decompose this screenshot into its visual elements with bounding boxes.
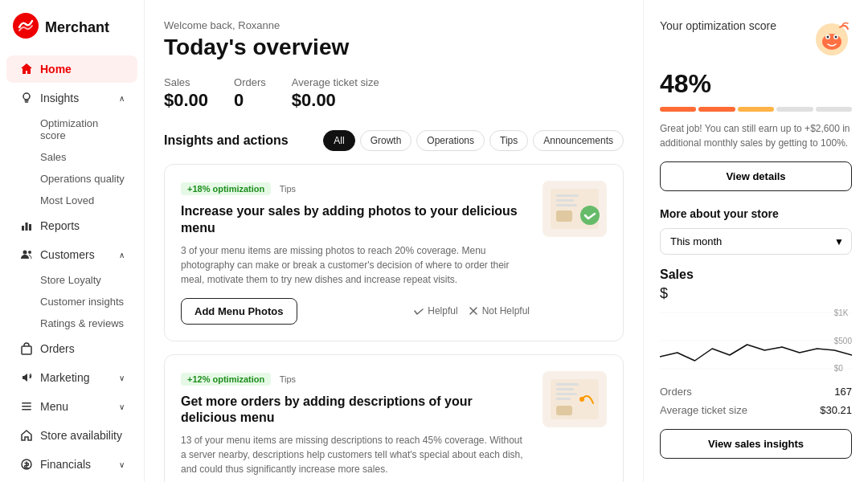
card-2-title: Get more orders by adding descriptions o… <box>181 394 530 427</box>
sidebar-sub-operations-quality[interactable]: Operations quality <box>6 169 137 189</box>
svg-point-25 <box>579 397 584 402</box>
svg-rect-9 <box>22 406 31 407</box>
insight-card-1: +18% optimization Tips Increase your sal… <box>164 164 624 341</box>
sidebar-item-home-label: Home <box>40 63 72 76</box>
svg-point-1 <box>23 93 30 100</box>
stat-orders-label: Orders <box>234 76 266 88</box>
chart-label-0: $0 <box>834 364 852 373</box>
score-seg-5 <box>816 107 852 112</box>
svg-rect-21 <box>556 388 574 390</box>
sidebar-item-customers[interactable]: Customers ∧ <box>6 241 137 268</box>
sidebar-sub-optimization[interactable]: Optimization score <box>6 113 137 145</box>
score-seg-3 <box>738 107 774 112</box>
sidebar-sub-store-loyalty[interactable]: Store Loyalty <box>6 270 137 290</box>
filter-tips[interactable]: Tips <box>489 130 528 151</box>
period-dropdown[interactable]: This month <box>660 228 852 255</box>
chevron-financials-icon: ∨ <box>119 460 125 469</box>
view-details-button[interactable]: View details <box>660 161 852 191</box>
avg-ticket-stat-label: Average ticket size <box>660 404 747 416</box>
stat-avg-value: $0.00 <box>292 90 379 111</box>
card-1-actions: Add Menu Photos Helpful Not Helpful <box>181 298 530 325</box>
filter-operations[interactable]: Operations <box>416 130 485 151</box>
svg-rect-15 <box>556 199 574 202</box>
view-sales-insights-button[interactable]: View sales insights <box>660 429 852 459</box>
sidebar-item-orders-label: Orders <box>40 342 75 355</box>
chevron-customers-icon: ∧ <box>119 251 125 259</box>
bag-icon <box>19 341 34 356</box>
stat-avg-label: Average ticket size <box>292 76 379 88</box>
svg-point-5 <box>23 251 27 255</box>
stat-avg-ticket: Average ticket size $0.00 <box>292 76 379 111</box>
sidebar-sub-most-loved[interactable]: Most Loved <box>6 190 137 210</box>
logo-text: Merchant <box>45 19 109 36</box>
people-icon <box>19 247 34 262</box>
card-2-image <box>542 371 607 427</box>
score-seg-2 <box>698 107 735 112</box>
opt-header: Your optimization score <box>660 19 852 63</box>
sidebar-item-reports-label: Reports <box>40 219 80 232</box>
sidebar-item-reports[interactable]: Reports <box>6 212 137 239</box>
card-1-title: Increase your sales by adding photos to … <box>181 203 530 237</box>
mascot-icon <box>812 19 852 63</box>
card-1-desc: 3 of your menu items are missing photos … <box>181 243 530 287</box>
sidebar-item-financials-label: Financials <box>40 458 91 471</box>
add-menu-photos-button[interactable]: Add Menu Photos <box>181 298 297 325</box>
card-1-type: Tips <box>280 184 296 194</box>
sidebar-item-insights[interactable]: Insights ∧ <box>6 84 137 112</box>
chart-label-500: $500 <box>834 337 852 345</box>
opt-desc: Great job! You can still earn up to +$2,… <box>660 121 852 150</box>
stat-sales-value: $0.00 <box>164 90 208 111</box>
card-1-not-helpful-btn[interactable]: Not Helpful <box>468 305 530 317</box>
svg-point-6 <box>28 251 31 254</box>
sidebar-item-orders[interactable]: Orders <box>6 335 137 362</box>
main-content: Welcome back, Roxanne Today's overview S… <box>145 0 643 482</box>
card-2-type: Tips <box>280 374 296 384</box>
score-seg-4 <box>776 107 813 112</box>
lightbulb-icon <box>19 91 34 105</box>
chart-labels: $1K $500 $0 <box>834 308 852 373</box>
svg-rect-0 <box>13 13 39 39</box>
svg-rect-2 <box>22 226 24 231</box>
sidebar-item-marketing[interactable]: Marketing ∨ <box>6 364 137 391</box>
insights-header: Insights and actions All Growth Operatio… <box>164 130 624 151</box>
welcome-text: Welcome back, Roxanne <box>164 19 624 31</box>
card-1-helpful-btn[interactable]: Helpful <box>413 305 457 317</box>
svg-rect-3 <box>26 223 28 231</box>
sidebar-sub-ratings[interactable]: Ratings & reviews <box>6 313 137 333</box>
svg-point-31 <box>835 36 837 39</box>
sidebar: Merchant Home Insights ∧ Optimization sc… <box>0 0 145 482</box>
svg-rect-22 <box>556 393 577 395</box>
avg-ticket-stat-value: $30.21 <box>820 404 852 416</box>
sales-chart: $1K $500 $0 <box>660 308 852 373</box>
filter-growth[interactable]: Growth <box>360 130 412 151</box>
svg-rect-14 <box>556 194 579 197</box>
sidebar-item-financials[interactable]: Financials ∨ <box>6 451 137 478</box>
sidebar-item-customers-label: Customers <box>40 248 95 261</box>
filter-announcements[interactable]: Announcements <box>533 130 624 151</box>
orders-stat-label: Orders <box>660 386 692 398</box>
filter-all[interactable]: All <box>323 130 354 151</box>
sidebar-sub-sales[interactable]: Sales <box>6 147 137 167</box>
svg-point-27 <box>822 34 841 50</box>
svg-rect-10 <box>22 409 31 411</box>
orders-stat-row: Orders 167 <box>660 382 852 401</box>
chevron-marketing-icon: ∨ <box>119 374 125 382</box>
stat-sales: Sales $0.00 <box>164 76 208 111</box>
sidebar-sub-customer-insights[interactable]: Customer insights <box>6 292 137 312</box>
opt-score-title: Your optimization score <box>660 19 776 32</box>
insights-title: Insights and actions <box>164 133 289 148</box>
stats-row: Sales $0.00 Orders 0 Average ticket size… <box>164 76 624 111</box>
svg-point-30 <box>827 36 829 39</box>
sidebar-item-marketing-label: Marketing <box>40 371 89 384</box>
sidebar-item-menu[interactable]: Menu ∨ <box>6 393 137 420</box>
sidebar-item-home[interactable]: Home <box>6 55 137 83</box>
chevron-menu-icon: ∨ <box>119 402 125 411</box>
chevron-icon: ∧ <box>119 94 125 103</box>
sidebar-item-store-availability[interactable]: Store availability <box>6 422 137 449</box>
sidebar-item-insights-label: Insights <box>40 92 79 104</box>
stat-orders: Orders 0 <box>234 76 266 111</box>
sidebar-item-store-label: Store availability <box>40 429 122 442</box>
svg-rect-23 <box>556 398 571 400</box>
right-panel: Your optimization score 48% Great job! Y… <box>643 0 868 482</box>
card-2-desc: 13 of your menu items are missing descri… <box>181 433 530 476</box>
